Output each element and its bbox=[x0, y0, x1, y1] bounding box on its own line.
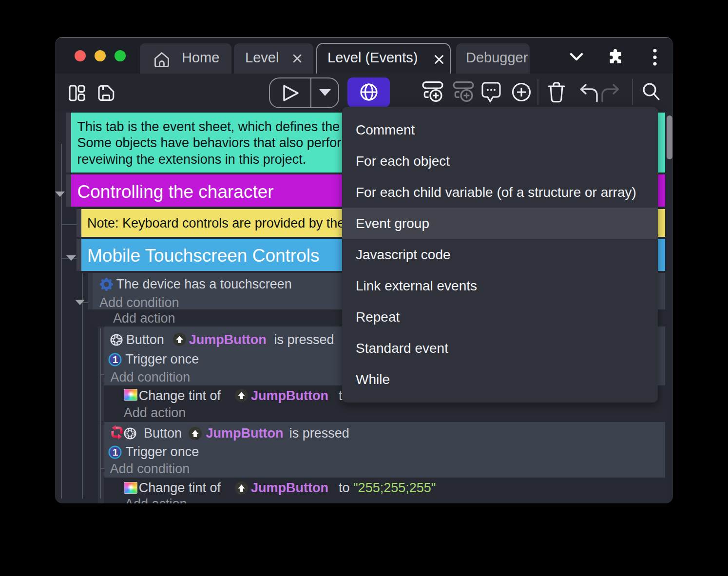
svg-text:1: 1 bbox=[113, 447, 118, 458]
svg-text:1: 1 bbox=[113, 354, 118, 365]
